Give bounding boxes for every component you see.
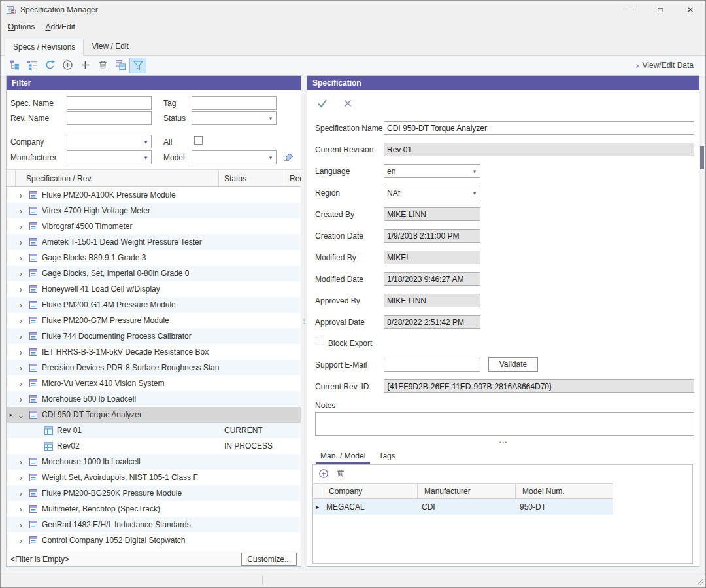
spec-row[interactable]: ›Vitrex 4700 High Voltage Meter	[7, 203, 301, 218]
expand-arrow-icon[interactable]: ›	[16, 254, 26, 262]
customize-button[interactable]: Customize...	[241, 553, 297, 566]
expand-arrow-icon[interactable]: ›	[16, 285, 26, 294]
tab-specs-revisions[interactable]: Specs / Revisions	[5, 39, 84, 56]
block-export-checkbox[interactable]	[316, 337, 324, 345]
spec-row[interactable]: ›Fluke PM200-G7M Pressure Module	[7, 313, 301, 328]
language-dropdown[interactable]: en ▾	[384, 164, 480, 178]
expand-arrow-icon[interactable]: ›	[16, 191, 26, 199]
notes-resize-handle[interactable]: ...	[307, 436, 699, 445]
add-button[interactable]	[76, 58, 93, 73]
panel-splitter[interactable]: ⁞	[301, 75, 307, 567]
expand-arrow-icon[interactable]: ›	[16, 521, 26, 529]
expand-arrow-icon[interactable]: ›	[16, 489, 26, 498]
batch-edit-button[interactable]	[112, 58, 129, 73]
column-header-status[interactable]: Status	[219, 170, 284, 186]
menu-add-edit[interactable]: Add/Edit	[41, 20, 79, 33]
accept-button[interactable]	[316, 98, 328, 109]
spec-row[interactable]: ›Morehouse 500 lb Loadcell	[7, 391, 301, 407]
spec-row[interactable]: ›Gage Blocks, Set, Imperial 0-80in Grade…	[7, 266, 301, 281]
spec-row[interactable]: ›Honeywell 41 Load Cell w/Display	[7, 281, 301, 297]
spec-row[interactable]: ▸⌄CDI 950-DT Torque Analyzer	[7, 407, 301, 423]
rev-name-input[interactable]	[67, 111, 152, 125]
spec-row[interactable]: ›Fluke 744 Documenting Process Calibrato…	[7, 328, 301, 344]
spec-name-input[interactable]	[67, 96, 152, 110]
spec-row[interactable]: ›IET HRRS-B-3-1M-5kV Decade Resistance B…	[7, 344, 301, 360]
current-revision-label: Current Revision	[315, 145, 373, 154]
resize-grip-icon[interactable]	[695, 577, 703, 585]
column-header-rec[interactable]: Rec	[284, 170, 301, 186]
add-circle-button[interactable]	[59, 58, 76, 73]
menu-options[interactable]: Options	[3, 20, 39, 33]
scrollbar-thumb[interactable]	[700, 146, 704, 169]
tab-tags[interactable]: Tags	[372, 447, 401, 464]
region-dropdown[interactable]: NAf ▾	[384, 186, 480, 199]
expand-arrow-icon[interactable]: ›	[16, 317, 26, 325]
main-tab-bar: Specs / Revisions View / Edit	[1, 35, 705, 56]
column-header-company[interactable]: Company	[322, 484, 418, 498]
add-row-button[interactable]	[318, 468, 329, 479]
company-dropdown[interactable]: ▾	[67, 135, 152, 148]
spec-row[interactable]: ›Ametek T-150-1 Dead Weight Pressure Tes…	[7, 234, 301, 250]
row-label: Morehouse 1000 lb Loadcell	[42, 457, 141, 466]
vertical-scrollbar[interactable]	[699, 75, 705, 571]
spec-row[interactable]: ›Multimeter, Benchtop (SpecTrack)	[7, 501, 301, 517]
specification-name-input[interactable]	[384, 121, 694, 135]
tab-man-model[interactable]: Man. / Model	[314, 447, 372, 464]
spec-row[interactable]: ›Precision Devices PDR-8 Surface Roughne…	[7, 360, 301, 375]
close-button[interactable]: ✕	[675, 1, 705, 19]
manufacturer-dropdown[interactable]: ▾	[67, 150, 152, 164]
view-edit-data-link[interactable]: › View/Edit Data	[636, 61, 700, 70]
spec-row[interactable]: ›Morehouse 1000 lb Loadcell	[7, 454, 301, 470]
delete-row-button[interactable]	[335, 468, 346, 479]
expand-arrow-icon[interactable]: ›	[16, 505, 26, 513]
expand-arrow-icon[interactable]: ›	[16, 301, 26, 309]
spec-row[interactable]: ›Fluke PM200-BG250K Pressure Module	[7, 485, 301, 501]
expand-arrow-icon[interactable]: ›	[16, 379, 26, 388]
approved-by-label: Approved By	[315, 296, 360, 305]
expand-arrow-icon[interactable]: ›	[16, 238, 26, 247]
column-header-manufacturer[interactable]: Manufacturer	[418, 484, 516, 498]
revision-row[interactable]: Rev02IN PROCESS	[7, 438, 301, 454]
manmodel-row[interactable]: ▸MEGACALCDI950-DT	[313, 499, 613, 515]
spec-row[interactable]: ›Vibrograf 4500 Timometer	[7, 218, 301, 234]
tag-input[interactable]	[192, 96, 277, 110]
expand-arrow-icon[interactable]: ›	[16, 222, 26, 231]
collapse-arrow-icon[interactable]: ⌄	[16, 411, 26, 419]
refresh-button[interactable]	[41, 58, 58, 73]
model-dropdown[interactable]: ▾	[192, 150, 277, 164]
expand-arrow-icon[interactable]: ›	[16, 207, 26, 215]
validate-button[interactable]: Validate	[488, 357, 538, 372]
spec-row[interactable]: ›GenRad 1482 E/H/L Inductance Standards	[7, 517, 301, 532]
expand-arrow-icon[interactable]: ›	[16, 269, 26, 278]
minimize-button[interactable]: —	[615, 1, 645, 19]
region-label: Region	[315, 188, 340, 198]
expand-arrow-icon[interactable]: ›	[16, 458, 26, 466]
expand-arrow-icon[interactable]: ›	[16, 536, 26, 545]
cancel-button[interactable]	[343, 98, 353, 109]
spec-row[interactable]: ›Fluke PM200-G1.4M Pressure Module	[7, 297, 301, 313]
maximize-button[interactable]: □	[645, 1, 675, 19]
column-header-model-num[interactable]: Model Num.	[516, 484, 613, 498]
delete-button[interactable]	[94, 58, 111, 73]
expand-levels-button[interactable]	[24, 58, 41, 73]
spec-row[interactable]: ›Micro-Vu Vertex 410 Vision System	[7, 375, 301, 391]
filter-button[interactable]	[129, 58, 146, 73]
support-email-input[interactable]	[384, 358, 480, 372]
tab-view-edit[interactable]: View / Edit	[84, 38, 136, 55]
spec-row[interactable]: ›Weight Set, Avoirdupois, NIST 105-1 Cla…	[7, 470, 301, 485]
tree-view-button[interactable]	[6, 58, 23, 73]
expand-arrow-icon[interactable]: ›	[16, 348, 26, 356]
status-dropdown[interactable]: ▾	[192, 111, 277, 125]
expand-arrow-icon[interactable]: ›	[16, 395, 26, 404]
revision-row[interactable]: Rev 01CURRENT	[7, 423, 301, 438]
spec-row[interactable]: ›Fluke PM200-A100K Pressure Module	[7, 187, 301, 203]
column-header-specification[interactable]: Specification / Rev.	[16, 170, 219, 186]
spec-row[interactable]: ›Gage Blocks B89.9.1 Grade 3	[7, 250, 301, 266]
clear-filter-button[interactable]	[282, 151, 294, 162]
all-checkbox[interactable]	[194, 136, 203, 145]
expand-arrow-icon[interactable]: ›	[16, 364, 26, 372]
expand-arrow-icon[interactable]: ›	[16, 332, 26, 341]
expand-arrow-icon[interactable]: ›	[16, 474, 26, 482]
spec-row[interactable]: ›Control Company 1052 Digital Stopwatch	[7, 532, 301, 548]
notes-textarea[interactable]	[315, 412, 694, 436]
